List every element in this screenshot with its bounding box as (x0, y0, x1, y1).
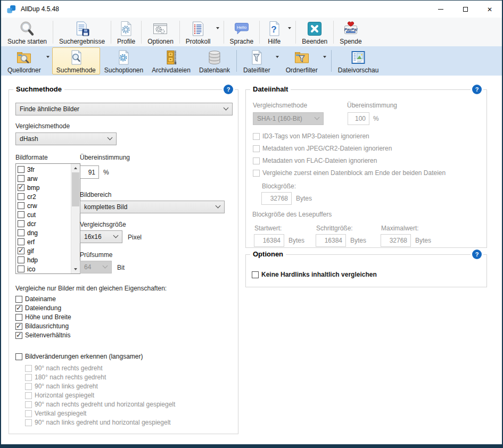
source-folder-button[interactable]: Quellordner (3, 47, 45, 74)
archive-files-button[interactable]: Archivdateien (147, 47, 195, 74)
checkbox-box (253, 170, 260, 177)
format-checkbox[interactable]: ico (18, 264, 71, 273)
format-checkbox[interactable]: dcr (18, 219, 71, 228)
format-label: 3fr (27, 166, 35, 173)
toolbar-separator (236, 50, 237, 72)
format-checkbox[interactable]: cr2 (18, 192, 71, 201)
profiles-button[interactable]: Profile (113, 19, 139, 46)
protocol-dropdown-arrow[interactable] (215, 27, 222, 38)
scroll-up-button[interactable] (71, 164, 80, 172)
checkbox-box (25, 383, 32, 390)
format-checkbox[interactable]: 3fr (18, 165, 71, 174)
file-preview-button[interactable]: Dateivorschau (334, 47, 383, 74)
svg-text:Hello: Hello (237, 25, 247, 30)
format-checkbox[interactable]: crw (18, 201, 71, 210)
compare-size-label: Vergleichsgröße (80, 221, 126, 228)
format-checkbox[interactable]: gif (18, 246, 71, 255)
file-filter-button[interactable]: Dateifilter (239, 47, 275, 74)
help-button[interactable]: ? Hilfe (261, 19, 287, 46)
checkbox-box (15, 296, 22, 303)
help-circle-icon[interactable]: ? (224, 85, 233, 94)
checkbox-box (18, 220, 24, 227)
donate-button[interactable]: PayPal Spende (335, 19, 366, 46)
scroll-track[interactable] (71, 206, 80, 265)
detect-transforms-checkbox[interactable]: Bildveränderungen erkennen (langsamer) (15, 353, 143, 360)
help-circle-icon[interactable]: ? (472, 85, 482, 94)
transform-label: 90° nach rechts gedreht (35, 364, 103, 372)
file-content-group: Dateiinhalt ? Vergleichsmethode Übereins… (245, 89, 487, 248)
property-checkbox-seitenverhaeltnis[interactable]: Seitenverhältnis (15, 331, 70, 339)
buffer-step-unit: Bytes (350, 237, 366, 244)
image-formats-listbox: 3fr arw bmp cr2 crw cut dcr dng erf gif … (15, 163, 80, 274)
format-label: ico (27, 266, 35, 273)
transform-label: Vertikal gespiegelt (35, 410, 86, 417)
checkbox-box (18, 193, 24, 200)
search-method-button[interactable]: Suchmethode (52, 47, 100, 74)
fc-checkbox-id3: ID3-Tags von MP3-Dateien ignorieren (253, 132, 369, 140)
file-preview-icon (350, 49, 367, 66)
search-options-button[interactable]: Suchoptionen (100, 47, 147, 74)
database-button[interactable]: Datenbank (195, 47, 234, 74)
buffer-max-unit: Bytes (415, 237, 431, 244)
compare-method-label: Vergleichsmethode (15, 122, 70, 130)
toolbar-label: Archivdateien (152, 67, 191, 74)
format-checkbox[interactable]: erf (18, 237, 71, 246)
property-checkbox-dateiname[interactable]: Dateiname (15, 295, 56, 303)
help-icon: ? (266, 20, 283, 37)
search-results-button[interactable]: Suchergebnisse (55, 19, 109, 46)
search-method-select[interactable]: Finde ähnliche Bilder (15, 103, 233, 115)
property-label: Dateiname (25, 295, 56, 303)
hardlinks-checkbox[interactable]: Keine Hardlinks inhaltlich vergleichen (252, 271, 377, 278)
format-label: hdp (27, 256, 38, 264)
format-checkbox[interactable]: dng (18, 228, 71, 237)
image-area-select[interactable]: komplettes Bild (80, 201, 225, 213)
property-checkbox-bildausrichtung[interactable]: Bildausrichtung (15, 322, 69, 330)
format-checkbox[interactable]: bmp (18, 183, 71, 192)
window-title: AllDup 4.5.48 (21, 5, 59, 13)
match-input[interactable] (80, 165, 99, 179)
compare-size-select[interactable]: 16x16 (80, 230, 122, 243)
exit-icon (306, 20, 323, 37)
maximize-button[interactable] (453, 1, 477, 18)
scroll-down-button[interactable] (71, 265, 80, 273)
block-size-unit: Bytes (296, 195, 312, 202)
transform-checkbox: Vertikal gespiegelt (25, 410, 86, 417)
minimize-button[interactable] (428, 1, 453, 18)
folder-filter-button[interactable]: Ordnerfilter (282, 47, 322, 74)
toolbar-label: Suche starten (7, 38, 47, 45)
buffer-start-input (254, 234, 284, 247)
help-dropdown-arrow[interactable] (287, 27, 294, 38)
checkbox-box (18, 202, 24, 209)
buffer-max-input (381, 234, 411, 247)
folder-filter-dropdown-arrow[interactable] (322, 56, 329, 67)
protocol-button[interactable]: Protokoll (182, 19, 215, 46)
group-title: Dateiinhalt (250, 85, 291, 93)
format-checkbox[interactable]: cut (18, 210, 71, 219)
checkbox-box (15, 305, 22, 312)
scroll-thumb[interactable] (72, 172, 79, 206)
file-filter-dropdown-arrow[interactable] (275, 56, 282, 67)
block-size-label: Blockgröße: (262, 182, 296, 190)
checkbox-box (15, 323, 22, 330)
format-checkbox[interactable]: hdp (18, 255, 71, 264)
property-label: Seitenverhältnis (25, 331, 70, 339)
buffer-caption: Blockgröße des Lesepuffers (252, 211, 332, 218)
language-button[interactable]: Hello Sprache (226, 19, 258, 46)
property-checkbox-dateiendung[interactable]: Dateiendung (15, 304, 61, 312)
close-button[interactable] (477, 1, 502, 18)
search-start-icon (19, 20, 36, 37)
help-circle-icon[interactable]: ? (472, 250, 482, 259)
format-checkbox[interactable]: arw (18, 174, 71, 183)
source-folder-dropdown-arrow[interactable] (45, 56, 52, 67)
transform-label: 180° nach rechts gedreht (35, 374, 106, 381)
options-button[interactable]: Optionen (143, 19, 178, 46)
property-label: Höhe und Breite (25, 313, 71, 321)
protocol-icon (189, 20, 207, 37)
property-checkbox-hoehe-breite[interactable]: Höhe und Breite (15, 313, 71, 321)
compare-method-select[interactable]: dHash (15, 132, 117, 145)
exit-button[interactable]: Beenden (298, 19, 332, 46)
start-search-button[interactable]: Suche starten (3, 19, 51, 46)
folder-filter-icon (293, 49, 310, 66)
listbox-scrollbar[interactable] (71, 164, 80, 273)
group-title: Suchmethode (13, 85, 64, 93)
